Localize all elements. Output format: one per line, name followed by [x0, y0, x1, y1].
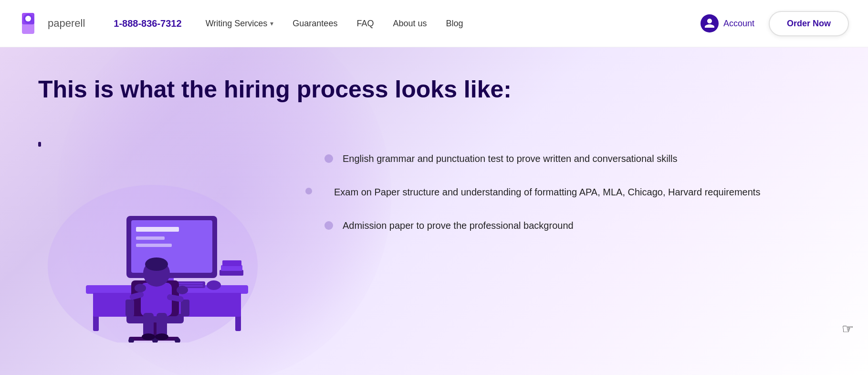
point-text-1: English grammar and punctuation test to … — [343, 151, 677, 166]
svg-rect-14 — [136, 236, 165, 240]
svg-rect-43 — [38, 142, 41, 147]
logo-icon — [19, 11, 44, 36]
hero-title: This is what the hiring process looks li… — [38, 76, 830, 104]
svg-point-37 — [135, 284, 146, 292]
svg-point-34 — [145, 257, 168, 271]
point-item-2: Exam on Paper structure and understandin… — [324, 185, 830, 199]
nav-about-us[interactable]: About us — [393, 19, 427, 29]
bullet-icon-3 — [324, 221, 333, 230]
hero-content: This is what the hiring process looks li… — [0, 76, 868, 344]
point-text-3: Admission paper to prove the professiona… — [343, 218, 574, 233]
logo-text: paperell — [48, 17, 85, 30]
svg-point-3 — [25, 16, 31, 21]
svg-rect-39 — [143, 313, 154, 337]
svg-point-22 — [207, 280, 221, 290]
svg-rect-13 — [136, 227, 179, 232]
point-item-1: English grammar and punctuation test to … — [324, 151, 830, 166]
illustration-area — [38, 142, 286, 344]
hero-section: This is what the hiring process looks li… — [0, 47, 868, 375]
nav-writing-services[interactable]: Writing Services ▾ — [206, 19, 274, 29]
desk-illustration-icon — [38, 142, 277, 343]
svg-point-42 — [155, 333, 168, 340]
nav-right: Account Order Now — [701, 11, 849, 36]
svg-rect-18 — [222, 260, 241, 266]
svg-rect-25 — [125, 300, 134, 316]
logo-link[interactable]: paperell — [19, 11, 85, 36]
point-text-2: Exam on Paper structure and understandin… — [334, 185, 760, 199]
navbar: paperell 1-888-836-7312 Writing Services… — [0, 0, 868, 47]
svg-rect-40 — [157, 313, 167, 337]
bullet-icon-2 — [305, 188, 312, 194]
svg-rect-26 — [181, 300, 189, 316]
point-item-3: Admission paper to prove the professiona… — [324, 218, 830, 233]
hero-body: English grammar and punctuation test to … — [38, 142, 830, 344]
account-link[interactable]: Account — [701, 14, 754, 32]
svg-point-38 — [177, 286, 188, 294]
nav-guarantees[interactable]: Guarantees — [293, 19, 337, 29]
bullet-icon-1 — [324, 154, 333, 163]
svg-point-41 — [142, 333, 155, 340]
account-icon — [701, 14, 719, 32]
nav-faq[interactable]: FAQ — [356, 19, 374, 29]
svg-rect-15 — [136, 244, 172, 247]
nav-blog[interactable]: Blog — [446, 19, 463, 29]
order-now-button[interactable]: Order Now — [769, 11, 849, 36]
hiring-points: English grammar and punctuation test to … — [324, 142, 830, 252]
dropdown-arrow-icon: ▾ — [270, 20, 273, 27]
phone-number[interactable]: 1-888-836-7312 — [114, 18, 181, 29]
nav-links: Writing Services ▾ Guarantees FAQ About … — [206, 19, 701, 29]
